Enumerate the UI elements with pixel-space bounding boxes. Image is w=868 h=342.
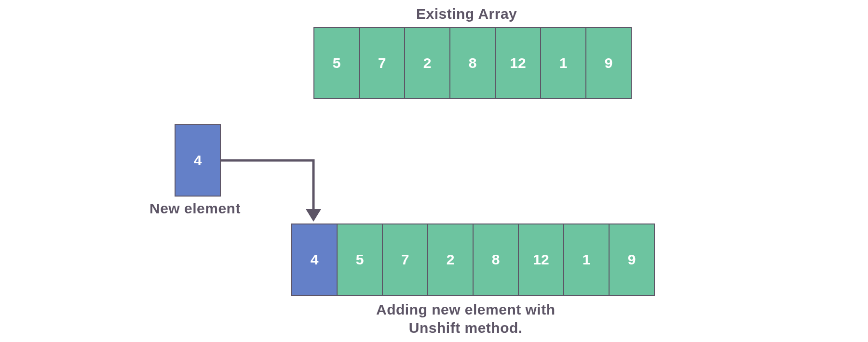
- array-cell: 5: [337, 224, 383, 296]
- array-cell: 8: [449, 27, 496, 99]
- array-cell: 2: [404, 27, 450, 99]
- array-cell: 12: [518, 224, 564, 296]
- existing-array: 57281219: [313, 27, 632, 99]
- array-cell: 4: [291, 224, 338, 296]
- unshift-arrow-icon: [221, 159, 327, 226]
- diagram-stage: Existing Array 57281219 4 New element 45…: [0, 0, 868, 342]
- array-cell: 5: [313, 27, 360, 99]
- existing-array-label: Existing Array: [416, 6, 517, 22]
- new-element-box: 4: [175, 124, 221, 197]
- array-cell: 7: [382, 224, 428, 296]
- array-cell: 12: [495, 27, 541, 99]
- new-element-cell: 4: [175, 124, 221, 197]
- array-cell: 9: [609, 224, 655, 296]
- result-label: Adding new element with Unshift method.: [376, 301, 556, 337]
- array-cell: 9: [585, 27, 632, 99]
- result-array: 457281219: [291, 224, 655, 296]
- array-cell: 7: [359, 27, 405, 99]
- array-cell: 1: [540, 27, 586, 99]
- array-cell: 2: [427, 224, 474, 296]
- array-cell: 8: [473, 224, 519, 296]
- array-cell: 1: [563, 224, 610, 296]
